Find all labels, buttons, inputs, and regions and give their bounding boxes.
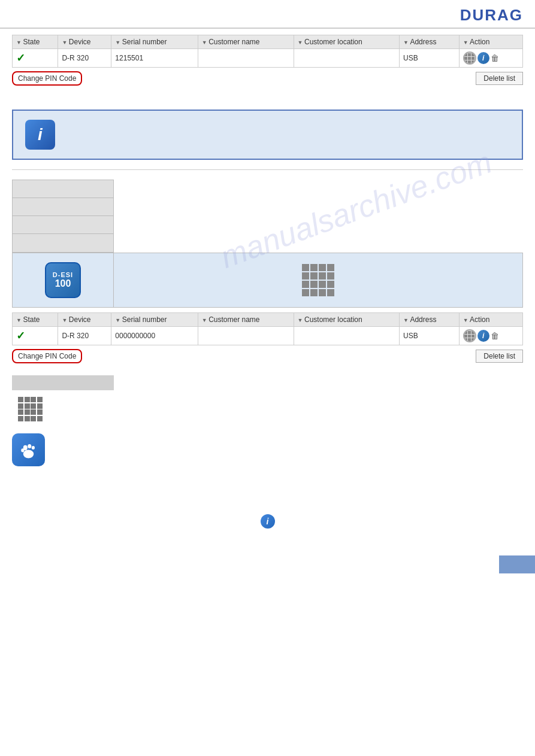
device-cell-2: D-R 320 (58, 327, 111, 345)
device-table-2: State Device Serial number Customer name… (12, 312, 523, 345)
serial-cell-2: 0000000000 (111, 327, 198, 345)
form-rows-container (12, 180, 114, 253)
col-serial: Serial number (111, 35, 198, 49)
col2-device: Device (58, 313, 111, 327)
section1: State Device Serial number Customer name… (0, 29, 535, 86)
section-divider (12, 169, 523, 170)
col2-state: State (13, 313, 58, 327)
svg-point-0 (23, 450, 34, 458)
change-pin-button[interactable]: Change PIN Code (12, 71, 82, 86)
svg-point-4 (21, 448, 24, 452)
footer-bar (499, 555, 535, 573)
form-row-4[interactable] (13, 234, 113, 252)
table-controls-1: Change PIN Code Delete list (12, 71, 523, 86)
checkmark-icon-2: ✓ (16, 330, 25, 342)
col2-customer-location: Customer location (294, 313, 399, 327)
bottom-info-icon[interactable]: i (261, 514, 275, 529)
col2-customer-name: Customer name (198, 313, 294, 327)
device-icon: D-ESI 100 (45, 262, 81, 298)
form-row-3[interactable] (13, 216, 113, 234)
checkmark-icon: ✓ (16, 52, 25, 64)
customer-name-cell-2 (198, 327, 294, 345)
change-pin-button-2[interactable]: Change PIN Code (12, 349, 82, 363)
keypad-grid-large (302, 264, 334, 296)
trash-icon-2[interactable]: 🗑 (491, 331, 499, 341)
customer-name-cell (198, 49, 294, 68)
page-header: DURAG (0, 0, 535, 29)
blank-space (12, 466, 523, 514)
footer-icon-container (12, 433, 523, 466)
bottom-gray-bar (12, 375, 114, 390)
col-state: State (13, 35, 58, 49)
delete-list-button-2[interactable]: Delete list (476, 350, 523, 363)
table-controls-2: Change PIN Code Delete list (12, 349, 523, 363)
customer-location-cell-2 (294, 327, 399, 345)
col-action: Action (459, 35, 522, 49)
col-customer-name: Customer name (198, 35, 294, 49)
info-box-container: i (0, 95, 535, 160)
footprint-icon (12, 433, 45, 466)
footprint-svg (18, 439, 39, 460)
serial-cell: 1215501 (111, 49, 198, 68)
durag-logo: DURAG (460, 6, 523, 25)
table-row-2: ✓ D-R 320 0000000000 USB (13, 327, 523, 345)
col-customer-location: Customer location (294, 35, 399, 49)
action-icons: i 🗑 (463, 51, 519, 65)
device-cell: D-R 320 (58, 49, 111, 68)
form-rows (12, 180, 114, 253)
info-action-button[interactable]: i (477, 52, 489, 64)
grid-icon (464, 53, 474, 63)
device-label-bottom: 100 (55, 278, 71, 289)
grid-action-button[interactable] (463, 51, 476, 65)
device-label-top: D-ESI (53, 271, 73, 278)
device-icon-box: D-ESI 100 (12, 253, 114, 308)
section2: D-ESI 100 (0, 180, 535, 529)
grid-icon-2 (464, 331, 474, 341)
device-section: D-ESI 100 (12, 253, 523, 308)
device-table-1: State Device Serial number Customer name… (12, 35, 523, 68)
col2-address: Address (399, 313, 459, 327)
col2-action: Action (459, 313, 522, 327)
delete-list-button[interactable]: Delete list (476, 72, 523, 85)
keypad-area (114, 253, 523, 308)
state-cell: ✓ (13, 49, 58, 68)
address-cell-2: USB (399, 327, 459, 345)
action-icons-2: i 🗑 (463, 329, 519, 342)
col-device: Device (58, 35, 111, 49)
small-keypad-container (18, 395, 523, 421)
small-keypad (18, 397, 43, 421)
col-address: Address (399, 35, 459, 49)
info-box-icon: i (25, 120, 55, 150)
address-cell: USB (399, 49, 459, 68)
info-action-button-2[interactable]: i (477, 330, 489, 342)
svg-point-2 (28, 444, 31, 448)
table-row: ✓ D-R 320 1215501 USB (13, 49, 523, 68)
form-row-1[interactable] (13, 180, 113, 198)
bottom-info-container: i (12, 514, 523, 529)
action-cell: i 🗑 (459, 49, 522, 68)
info-box: i (12, 110, 523, 160)
action-cell-2: i 🗑 (459, 327, 522, 345)
col2-serial: Serial number (111, 313, 198, 327)
trash-icon[interactable]: 🗑 (491, 53, 499, 63)
footer-area (0, 538, 535, 573)
bottom-section (12, 375, 523, 421)
customer-location-cell (294, 49, 399, 68)
grid-action-button-2[interactable] (463, 329, 476, 342)
svg-point-3 (32, 445, 35, 449)
form-row-2[interactable] (13, 198, 113, 216)
form-and-device (12, 180, 523, 253)
state-cell-2: ✓ (13, 327, 58, 345)
